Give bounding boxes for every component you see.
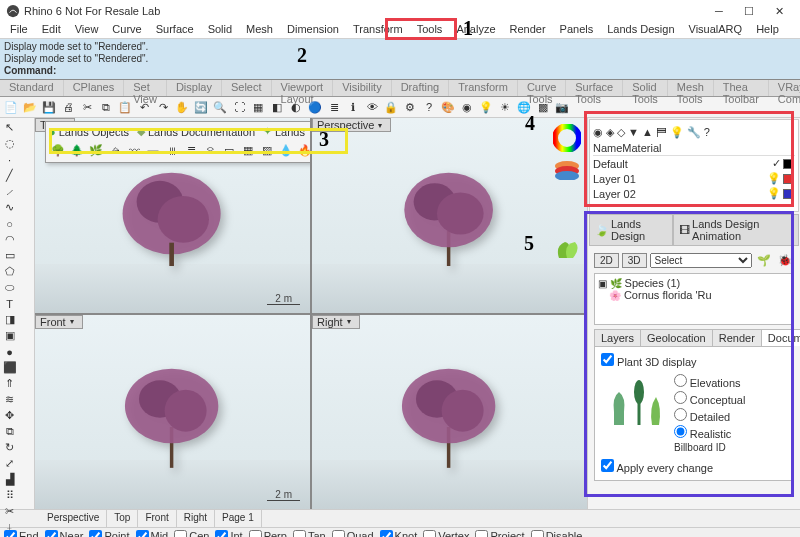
rotate-icon[interactable]: ↻ <box>2 440 17 455</box>
command-area[interactable]: Display mode set to "Rendered". Display … <box>0 39 800 80</box>
tab-lands-animation[interactable]: 🎞Lands Design Animation <box>673 214 799 246</box>
tab-drafting[interactable]: Drafting <box>392 80 450 96</box>
zoom-icon[interactable]: 🔍 <box>211 98 229 116</box>
irrigation-icon[interactable]: 💧 <box>277 141 295 159</box>
shade-icon[interactable]: ◐ <box>287 98 305 116</box>
shrub-icon[interactable]: 🌲 <box>68 141 86 159</box>
osnap-point[interactable]: Point <box>89 530 129 538</box>
tab-setview[interactable]: Set View <box>124 80 167 96</box>
tab-thea[interactable]: Thea Toolbar <box>714 80 769 96</box>
vptab-page1[interactable]: Page 1 <box>215 510 262 527</box>
tab-lands-design[interactable]: 🍃Lands Design <box>589 214 673 246</box>
menu-file[interactable]: File <box>3 22 35 38</box>
radio-realistic[interactable]: Realistic <box>674 425 745 440</box>
vptab-front[interactable]: Front <box>138 510 176 527</box>
tab-vray[interactable]: VRay Compact <box>769 80 800 96</box>
options-icon[interactable]: ⚙ <box>401 98 419 116</box>
viewport-icon[interactable]: ▦ <box>249 98 267 116</box>
lasso-icon[interactable]: ◌ <box>2 136 17 151</box>
light-icon[interactable]: 💡 <box>477 98 495 116</box>
close-button[interactable]: ✕ <box>764 0 794 22</box>
species-tree[interactable]: ▣ 🌿 Species (1) 🌸 Cornus florida 'Ru <box>594 273 794 325</box>
osnap-disable[interactable]: Disable <box>531 530 583 538</box>
osnap-perp[interactable]: Perp <box>249 530 287 538</box>
fire-icon[interactable]: 🔥 <box>296 141 310 159</box>
osnap-knot[interactable]: Knot <box>380 530 418 538</box>
layer-row[interactable]: Layer 02💡 <box>593 186 795 201</box>
curve-icon[interactable]: ∿ <box>2 200 17 215</box>
undo-icon[interactable]: ↶ <box>135 98 153 116</box>
tab-standard[interactable]: Standard <box>0 80 64 96</box>
viewport-perspective[interactable]: Perspective▾ <box>312 118 587 313</box>
table-icon[interactable]: ▦ <box>239 141 257 159</box>
osnap-cen[interactable]: Cen <box>174 530 209 538</box>
scale-icon[interactable]: ⤢ <box>2 456 17 471</box>
panel-tab-icon[interactable]: ◉ <box>593 126 603 139</box>
polyline-icon[interactable]: ⟋ <box>2 184 17 199</box>
cut-icon[interactable]: ✂ <box>78 98 96 116</box>
subtab-document[interactable]: Document <box>761 329 800 346</box>
properties-icon[interactable]: ℹ <box>344 98 362 116</box>
move-icon[interactable]: ✥ <box>2 408 17 423</box>
tab-cplanes[interactable]: CPlanes <box>64 80 125 96</box>
viewport-top[interactable]: Top▾ 2 m ●Lands Objects ◆Lands Documenta… <box>35 118 310 313</box>
menu-tools[interactable]: Tools <box>410 22 450 38</box>
viewport-front[interactable]: Front▾ 2 m <box>35 315 310 510</box>
camera-icon[interactable]: 📷 <box>553 98 571 116</box>
tab-solid-tools[interactable]: Solid Tools <box>623 80 668 96</box>
layers-panel[interactable]: ◉ ◈ ◇ ▼ ▲ ⛿ 💡 🔧 ? NameMaterial Default✓ … <box>589 119 799 212</box>
panel-tab-icon[interactable]: ◈ <box>606 126 614 139</box>
circle-icon[interactable]: ○ <box>2 216 17 231</box>
tab-select[interactable]: Select <box>222 80 272 96</box>
label-icon[interactable]: ▭ <box>220 141 238 159</box>
sun-icon[interactable]: ☀ <box>496 98 514 116</box>
menu-curve[interactable]: Curve <box>105 22 148 38</box>
menu-render[interactable]: Render <box>503 22 553 38</box>
text-icon[interactable]: T <box>2 296 17 311</box>
cylinder-icon[interactable]: ⬛ <box>2 360 17 375</box>
filter-icon[interactable]: ⛿ <box>656 126 667 138</box>
save-icon[interactable]: 💾 <box>40 98 58 116</box>
menu-solid[interactable]: Solid <box>201 22 239 38</box>
arc-icon[interactable]: ◠ <box>2 232 17 247</box>
tab-visibility[interactable]: Visibility <box>333 80 392 96</box>
lands-tools-tab[interactable]: ✦Lands Tools <box>263 125 310 138</box>
minimize-button[interactable]: ─ <box>704 0 734 22</box>
lock-icon[interactable]: 🔒 <box>382 98 400 116</box>
menu-help[interactable]: Help <box>749 22 786 38</box>
new-icon[interactable]: 📄 <box>2 98 20 116</box>
stair-icon[interactable]: ≣ <box>182 141 200 159</box>
mirror-icon[interactable]: ▟ <box>2 472 17 487</box>
tab-surface-tools[interactable]: Surface Tools <box>566 80 623 96</box>
layers-icon[interactable]: ≣ <box>325 98 343 116</box>
viewport-label[interactable]: Front▾ <box>35 315 83 329</box>
color-wheel-icon[interactable]: 🎨 <box>439 98 457 116</box>
menu-view[interactable]: View <box>68 22 106 38</box>
groundcover-icon[interactable]: 🌿 <box>87 141 105 159</box>
tab-viewport-layout[interactable]: Viewport Layout <box>272 80 334 96</box>
lands-floating-toolbar[interactable]: ●Lands Objects ◆Lands Documentation ✦Lan… <box>45 121 310 163</box>
redo-icon[interactable]: ↷ <box>154 98 172 116</box>
line-icon[interactable]: ╱ <box>2 168 17 183</box>
help-icon[interactable]: ? <box>420 98 438 116</box>
copy-tool-icon[interactable]: ⧉ <box>2 424 17 439</box>
osnap-mid[interactable]: Mid <box>136 530 169 538</box>
wall-icon[interactable]: ▬ <box>144 141 162 159</box>
osnap-quad[interactable]: Quad <box>332 530 374 538</box>
polygon-icon[interactable]: ⬠ <box>2 264 17 279</box>
panel-tab-icon[interactable]: ◇ <box>617 126 625 139</box>
tab-transform[interactable]: Transform <box>449 80 518 96</box>
surface-icon[interactable]: ◨ <box>2 312 17 327</box>
rotate-view-icon[interactable]: 🔄 <box>192 98 210 116</box>
help-icon[interactable]: ? <box>704 126 710 138</box>
layer-row[interactable]: Layer 01💡 <box>593 171 795 186</box>
paste-icon[interactable]: 📋 <box>116 98 134 116</box>
tab-curve-tools[interactable]: Curve Tools <box>518 80 566 96</box>
zoom-extents-icon[interactable]: ⛶ <box>230 98 248 116</box>
tab-display[interactable]: Display <box>167 80 222 96</box>
menu-lands-design[interactable]: Lands Design <box>600 22 681 38</box>
menu-analyze[interactable]: Analyze <box>449 22 502 38</box>
plant-icon[interactable]: 🌳 <box>49 141 67 159</box>
vptab-top[interactable]: Top <box>107 510 138 527</box>
lands-objects-tab[interactable]: ●Lands Objects <box>49 125 129 138</box>
